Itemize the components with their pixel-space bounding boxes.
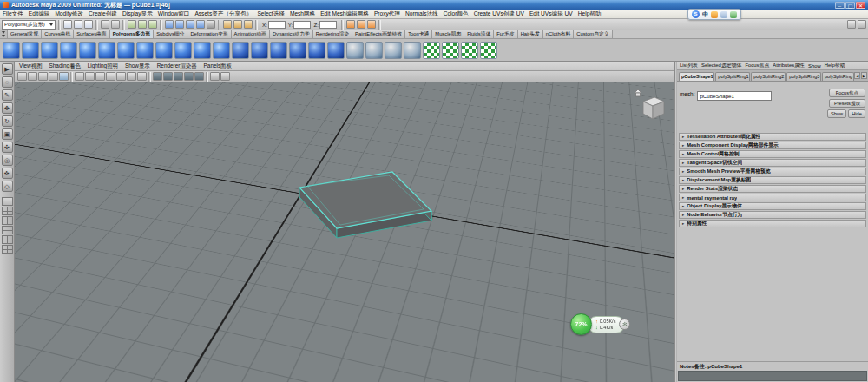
menu-modify[interactable]: Modify修改 [55, 10, 83, 18]
memory-percent-ball[interactable]: 72% [570, 313, 592, 335]
undo-icon[interactable] [101, 20, 109, 29]
ae-menu-attributes[interactable]: Attributes属性 [773, 62, 805, 69]
presets-button[interactable]: Presets预设 [829, 99, 865, 108]
section-smooth-mesh-preview[interactable]: Smooth Mesh Preview平滑网格预览 [679, 168, 866, 175]
section-object-display[interactable]: Object Display显示物体 [679, 202, 866, 210]
shelf-tab-painteffects[interactable]: PaintEffects画笔特效 [352, 30, 405, 38]
average-vertices-icon[interactable] [365, 42, 383, 59]
tab-scroll-right-icon[interactable]: ▶ [861, 72, 867, 79]
paint-vertex-color-icon[interactable] [461, 42, 478, 59]
polyPlane-icon[interactable] [79, 42, 96, 59]
shelf-tab-deformation[interactable]: Deformation变形 [187, 30, 231, 38]
menu-normals[interactable]: Normals法线 [405, 10, 438, 18]
uv-checker-icon[interactable] [423, 42, 440, 59]
render-settings-icon[interactable] [367, 20, 376, 29]
divider[interactable] [206, 72, 208, 82]
snap-grid-icon[interactable] [165, 20, 174, 29]
open-scene-icon[interactable] [74, 20, 82, 29]
show-manipulator-tool[interactable]: ✜ [2, 168, 13, 179]
safe-title-icon[interactable] [137, 72, 147, 81]
polySphere-icon[interactable] [3, 42, 20, 59]
menu-color[interactable]: Color颜色 [444, 10, 469, 18]
redo-icon[interactable] [111, 20, 120, 29]
resolution-gate-icon[interactable] [95, 72, 105, 81]
isolate-select-icon[interactable] [210, 72, 220, 81]
pcube-object[interactable] [15, 82, 674, 382]
save-scene-icon[interactable] [84, 20, 93, 29]
soft-mod-tool[interactable]: ◎ [2, 155, 13, 166]
polyCone-icon[interactable] [60, 42, 77, 59]
shelf-tab-animation[interactable]: Animation动画 [232, 30, 270, 38]
toggle-ui-left-icon[interactable] [847, 20, 856, 29]
persp-outliner-layout[interactable] [2, 216, 13, 225]
scale-tool[interactable]: ▣ [2, 128, 13, 140]
divider[interactable] [70, 72, 73, 82]
shelf-tab-fluids[interactable]: Fluids流体 [464, 30, 494, 38]
ime-toolbar[interactable]: S 中 [687, 9, 741, 20]
smooth-icon[interactable] [346, 42, 364, 59]
polySoccerBall-icon[interactable] [194, 42, 211, 59]
gate-mask-icon[interactable] [106, 72, 115, 81]
menu-select[interactable]: Select选择 [257, 10, 285, 18]
snap-curve-icon[interactable] [175, 20, 184, 29]
use-lights-icon[interactable] [184, 72, 194, 81]
persp-uv-layout[interactable] [2, 245, 13, 254]
single-pane-layout[interactable] [2, 197, 13, 206]
shelf-menu-button[interactable] [0, 30, 8, 38]
hide-button[interactable]: Hide [848, 109, 865, 118]
divider[interactable] [122, 20, 125, 30]
camera-select-icon[interactable] [17, 72, 27, 81]
menu-edit-uvs[interactable]: Edit UVs编辑 UV [529, 10, 573, 18]
view-cube[interactable] [631, 86, 666, 124]
ime-language-mode[interactable]: 中 [702, 10, 708, 19]
menu-create-uvs[interactable]: Create UVs创建 UV [474, 10, 524, 18]
ime-pen-icon[interactable] [711, 11, 718, 18]
make-live-icon[interactable] [207, 20, 215, 29]
snap-point-icon[interactable] [186, 20, 194, 29]
menu-edit-mesh[interactable]: Edit Mesh编辑网格 [320, 10, 369, 18]
new-scene-icon[interactable] [63, 20, 72, 29]
divider[interactable] [218, 20, 220, 30]
shelf-tab-subdivs[interactable]: Subdivs细分 [154, 30, 187, 38]
menu-file[interactable]: File文件 [3, 10, 23, 18]
section-mental-ray[interactable]: mental raymental ray [679, 194, 866, 201]
ae-tab-polySplitRing1[interactable]: polySplitRing1 [715, 72, 750, 81]
combine-icon[interactable] [232, 42, 249, 59]
last-tool[interactable]: ◇ [2, 181, 13, 192]
menu-assets[interactable]: Assets资产（分享包） [194, 10, 252, 18]
grid-toggle-icon[interactable] [75, 72, 84, 81]
divider[interactable] [58, 20, 61, 30]
film-gate-icon[interactable] [85, 72, 95, 81]
section-node-behavior[interactable]: Node Behavior节点行为 [679, 211, 866, 219]
coord-y-input[interactable] [293, 21, 311, 29]
boolean-intersection-icon[interactable] [327, 42, 345, 59]
wireframe-mode-icon[interactable] [153, 72, 162, 81]
divider[interactable] [255, 20, 258, 30]
menu-help[interactable]: Help帮助 [578, 10, 602, 18]
section-mesh-component-display[interactable]: Mesh Component Display网格部件显示 [679, 142, 866, 149]
ae-tab-polySplitRing4[interactable]: polySplitRing [822, 72, 854, 81]
section-render-stats[interactable]: Render Stats渲染状态 [679, 185, 866, 193]
ae-tab-polySplitRing3[interactable]: polySplitRing3 [786, 72, 821, 81]
polyTorus-icon[interactable] [98, 42, 115, 59]
shelf-tab-muscle[interactable]: Muscle肌肉 [432, 30, 464, 38]
universal-manipulator-tool[interactable]: ✣ [2, 142, 13, 153]
menu-window[interactable]: Window窗口 [158, 10, 190, 18]
select-hierarchy-icon[interactable] [128, 20, 136, 29]
shelf-tab-rendering[interactable]: Rendering渲染 [313, 30, 352, 38]
divider[interactable] [378, 20, 381, 30]
shelf-tab-custom[interactable]: Custom自定义 [574, 30, 612, 38]
boolean-difference-icon[interactable] [308, 42, 326, 59]
viewcube-home-icon[interactable] [635, 89, 641, 93]
select-object-icon[interactable] [138, 20, 147, 29]
hypershade-persp-layout[interactable] [2, 235, 13, 244]
shadows-icon[interactable] [194, 72, 204, 81]
blind-data-icon[interactable] [480, 42, 497, 59]
polyCube-icon[interactable] [22, 42, 39, 59]
shelf-tab-surfaces[interactable]: Surfaces曲面 [74, 30, 109, 38]
divider[interactable] [160, 20, 162, 30]
ae-menu-selected[interactable]: Selected选定物体 [701, 62, 742, 69]
show-button[interactable]: Show [827, 109, 846, 118]
transfer-attributes-icon[interactable] [385, 42, 402, 59]
select-tool[interactable]: ▶ [2, 63, 13, 75]
